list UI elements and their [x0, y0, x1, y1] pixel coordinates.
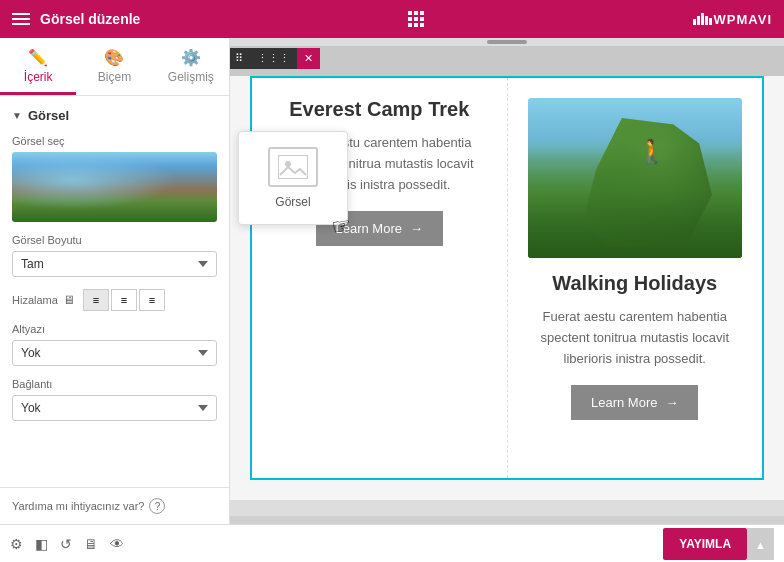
card2-learn-more-button[interactable]: Learn More →	[571, 385, 698, 420]
main-layout: ✏️ İçerik 🎨 Biçem ⚙️ Gelişmiş ▼ Görsel G…	[0, 38, 784, 524]
publish-button[interactable]: YAYIMLA	[663, 528, 747, 560]
align-center-button[interactable]: ≡	[111, 289, 137, 311]
monitor-icon: 🖥	[63, 293, 75, 307]
top-bar-left: Görsel düzenle	[12, 11, 140, 27]
bottom-bar: ⚙ ◧ ↺ 🖥 👁 YAYIMLA ▲	[0, 524, 784, 562]
image-preview-inner	[12, 152, 217, 222]
altyazi-row: Altyazı Yok	[12, 323, 217, 366]
grid-apps-icon[interactable]	[408, 11, 424, 27]
gorsel-boyutu-select[interactable]: Tam	[12, 251, 217, 277]
eye-icon[interactable]: 👁	[110, 536, 124, 552]
widget-close-button[interactable]: ✕	[297, 48, 320, 69]
cursor-hand-icon: ☞	[330, 211, 354, 240]
canvas-area: ⠿ ⋮⋮⋮ ✕ Görsel	[230, 38, 784, 524]
tab-icerik[interactable]: ✏️ İçerik	[0, 38, 76, 95]
canvas-page: ⠿ ⋮⋮⋮ ✕ Görsel	[230, 76, 784, 516]
image-placeholder-icon	[268, 147, 318, 187]
palette-icon: 🎨	[104, 48, 124, 67]
hizalama-buttons: ≡ ≡ ≡	[83, 289, 165, 311]
widget-toolbar: ⠿ ⋮⋮⋮ ✕	[230, 48, 320, 69]
hamburger-icon[interactable]	[12, 13, 30, 25]
mountain-overlay	[528, 146, 743, 258]
wpmavi-logo: WPMAVI	[693, 12, 772, 27]
gorsel-sec-row: Görsel seç	[12, 135, 217, 222]
bottom-icons: ⚙ ◧ ↺ 🖥 👁	[10, 536, 124, 552]
card2-text: Fuerat aestu carentem habentia spectent …	[528, 307, 743, 369]
canvas-scroll-top	[230, 38, 784, 46]
align-right-button[interactable]: ≡	[139, 289, 165, 311]
undo-icon[interactable]: ↺	[60, 536, 72, 552]
col-right-inner: 🚶 Walking Holidays Fuerat aestu carentem…	[528, 98, 743, 420]
card2-title: Walking Holidays	[552, 272, 717, 295]
widget-wrapper: ⠿ ⋮⋮⋮ ✕ Görsel	[230, 76, 784, 480]
tab-bicem[interactable]: 🎨 Biçem	[76, 38, 152, 95]
widget-columns-button[interactable]: ⋮⋮⋮	[250, 48, 297, 69]
help-icon[interactable]: ?	[149, 498, 165, 514]
settings-icon: ⚙️	[181, 48, 201, 67]
sidebar: ✏️ İçerik 🎨 Biçem ⚙️ Gelişmiş ▼ Görsel G…	[0, 38, 230, 524]
baglanti-row: Bağlantı Yok	[12, 378, 217, 421]
arrow-right-icon: →	[410, 221, 423, 236]
wpmavi-bars-icon	[693, 13, 712, 25]
pencil-icon: ✏️	[28, 48, 48, 67]
canvas-scrollbar[interactable]	[230, 516, 784, 524]
layers-icon[interactable]: ◧	[35, 536, 48, 552]
section-header: ▼ Görsel	[12, 108, 217, 123]
arrow-right-icon2: →	[665, 395, 678, 410]
altyazi-select[interactable]: Yok	[12, 340, 217, 366]
image-preview[interactable]	[12, 152, 217, 222]
publish-group: YAYIMLA ▲	[663, 528, 774, 560]
bottom-strip	[230, 500, 784, 516]
baglanti-select[interactable]: Yok	[12, 395, 217, 421]
popup-label: Görsel	[275, 195, 310, 209]
hiker-figure-icon: 🚶	[637, 138, 667, 166]
sidebar-footer: Yardıma mı ihtiyacınız var? ?	[0, 487, 229, 524]
sidebar-content: ▼ Görsel Görsel seç Görsel Boyutu Tam	[0, 96, 229, 487]
image-picker-popup: Görsel ☞	[238, 131, 348, 225]
publish-dropdown-button[interactable]: ▲	[747, 528, 774, 560]
gear-bottom-icon[interactable]: ⚙	[10, 536, 23, 552]
hizalama-row: Hizalama 🖥 ≡ ≡ ≡	[12, 289, 217, 311]
device-icon[interactable]: 🖥	[84, 536, 98, 552]
page-title: Görsel düzenle	[40, 11, 140, 27]
col-right: 🚶 Walking Holidays Fuerat aestu carentem…	[508, 78, 763, 478]
mountain-image: 🚶	[528, 98, 743, 258]
gorsel-boyutu-row: Görsel Boyutu Tam	[12, 234, 217, 277]
chevron-up-icon: ▲	[755, 539, 766, 551]
top-bar: Görsel düzenle WPMAVI	[0, 0, 784, 38]
svg-rect-0	[278, 155, 308, 179]
card1-title: Everest Camp Trek	[289, 98, 469, 121]
canvas-inner[interactable]: ⠿ ⋮⋮⋮ ✕ Görsel	[230, 46, 784, 516]
collapse-arrow-icon[interactable]: ▼	[12, 110, 22, 121]
sidebar-tabs: ✏️ İçerik 🎨 Biçem ⚙️ Gelişmiş	[0, 38, 229, 96]
scroll-indicator	[487, 40, 527, 44]
align-left-button[interactable]: ≡	[83, 289, 109, 311]
tab-gelismis[interactable]: ⚙️ Gelişmiş	[153, 38, 229, 95]
widget-move-button[interactable]: ⠿	[230, 48, 250, 69]
